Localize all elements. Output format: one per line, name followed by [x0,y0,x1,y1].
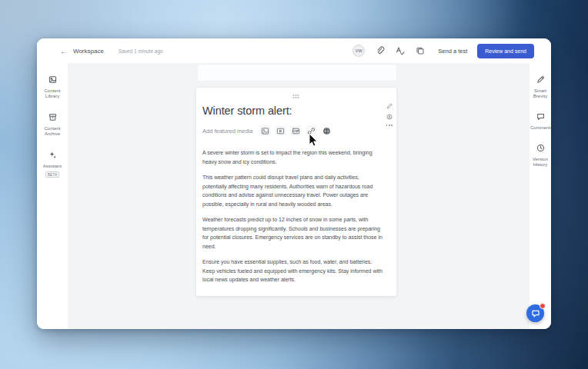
content-archive-icon [48,111,57,125]
sidebar-item-label: Assistant [43,164,62,169]
paragraph[interactable]: Weather forecasts predict up to 12 inche… [202,215,384,251]
beta-badge: BETA [45,171,60,178]
notification-badge [540,303,546,309]
sidebar-item-label: Smart Brevity [530,88,550,99]
assistant-icon [48,148,57,162]
paragraph[interactable]: Ensure you have essential supplies, such… [202,258,384,284]
chat-widget-button[interactable] [526,304,544,322]
topbar: ← Workspace Saved 1 minute ago VW Sen [37,38,551,63]
editor-window: ← Workspace Saved 1 minute ago VW Sen [37,38,551,329]
workspace-link[interactable]: Workspace [73,48,104,55]
editor-canvas: Winter storm alert: Add featured media [68,63,530,329]
back-arrow-icon[interactable]: ← [60,47,68,55]
sidebar-item-content-archive[interactable]: Content Archive [37,111,68,137]
spellcheck-icon[interactable] [395,46,405,56]
gif-icon[interactable] [290,125,302,136]
comments-icon [536,110,545,124]
block-drag-handle[interactable] [293,95,300,99]
block-tools [386,103,393,126]
add-featured-media-label: Add featured media [202,128,252,135]
sidebar-item-comments[interactable]: Comments [530,110,551,131]
attachment-icon[interactable] [375,46,385,56]
smart-brevity-icon [536,73,545,87]
sidebar-item-content-library[interactable]: Content Library [37,73,68,99]
collapsed-header-block[interactable] [198,65,396,81]
copy-icon[interactable] [415,46,425,56]
paragraph[interactable]: A severe winter storm is set to impact t… [202,148,384,166]
sidebar-item-assistant[interactable]: Assistant BETA [37,148,68,178]
content-library-icon [48,73,57,87]
sidebar-item-label: Content Archive [41,126,64,137]
send-test-button[interactable]: Send a test [438,48,467,55]
post-title[interactable]: Winter storm alert: [202,105,390,117]
featured-media-row: Add featured media [202,125,390,136]
paragraph[interactable]: This weather pattern could disrupt trave… [202,173,384,208]
link-icon[interactable] [306,125,317,136]
avatar[interactable]: VW [352,45,365,57]
saved-status: Saved 1 minute ago [119,48,163,54]
sidebar-item-label: Version History [530,157,550,168]
left-rail: Content Library Content Archive Assistan… [37,63,68,329]
review-and-send-button[interactable]: Review and send [477,44,534,58]
right-rail: Smart Brevity Comments Version History [530,63,551,329]
edit-pencil-icon[interactable] [386,103,393,109]
more-options-icon[interactable] [386,125,393,126]
sidebar-item-smart-brevity[interactable]: Smart Brevity [530,73,551,99]
image-icon[interactable] [259,125,271,136]
globe-icon[interactable] [321,125,332,136]
post-body[interactable]: A severe winter storm is set to impact t… [202,148,384,284]
sidebar-item-label: Content Library [41,88,64,99]
sidebar-item-version-history[interactable]: Version History [530,141,551,168]
content-card: Winter storm alert: Add featured media [196,88,396,296]
video-icon[interactable] [275,125,286,136]
version-history-icon [536,141,545,155]
commenter-avatar-icon[interactable] [386,114,393,120]
sidebar-item-label: Comments [530,125,550,131]
